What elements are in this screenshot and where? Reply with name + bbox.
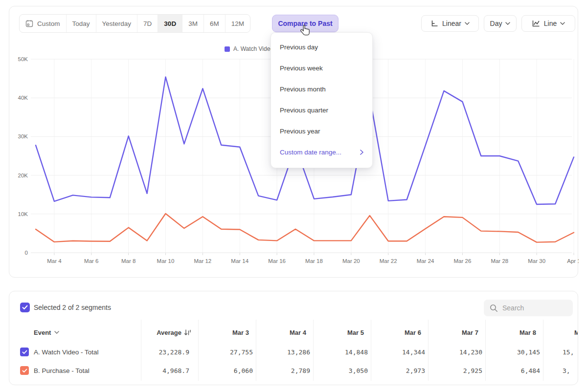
cell-value-clipped: 3, xyxy=(563,367,577,374)
svg-text:Mar 28: Mar 28 xyxy=(491,258,508,264)
svg-text:Mar 10: Mar 10 xyxy=(157,258,175,264)
cell-value: 27,755 xyxy=(198,348,253,356)
select-all-checkbox[interactable] xyxy=(20,303,30,312)
date-column-header: Mar 7 xyxy=(428,327,478,338)
svg-text:30K: 30K xyxy=(18,133,28,139)
interval-select-label: Day xyxy=(490,20,502,27)
svg-text:0: 0 xyxy=(25,250,28,256)
svg-text:Mar 22: Mar 22 xyxy=(380,258,397,264)
date-range-label: Custom xyxy=(37,20,60,27)
date-range-12m[interactable]: 12M xyxy=(225,15,250,32)
cell-value: 6,060 xyxy=(198,367,253,374)
svg-text:10K: 10K xyxy=(18,211,28,217)
date-range-6m[interactable]: 6M xyxy=(203,15,225,32)
menu-item-previous-quarter[interactable]: Previous quarter xyxy=(271,100,372,121)
average-column-header[interactable]: Average xyxy=(141,327,191,338)
date-range-7d[interactable]: 7D xyxy=(137,15,158,32)
cell-value: 14,848 xyxy=(313,348,368,356)
chart-type-select-button[interactable]: Line xyxy=(521,15,575,32)
date-column-header: Mar 4 xyxy=(256,327,306,338)
axes-icon xyxy=(430,20,439,27)
svg-text:Mar 30: Mar 30 xyxy=(528,258,545,264)
row-checkbox[interactable] xyxy=(20,348,29,356)
date-range-yesterday[interactable]: Yesterday xyxy=(96,15,137,32)
legend-swatch-icon xyxy=(225,46,230,52)
date-range-custom[interactable]: Custom xyxy=(20,15,66,32)
cell-average: 23,228.9 xyxy=(141,348,189,356)
date-column-header: Mar 8 xyxy=(485,327,536,338)
event-column-header[interactable]: Event xyxy=(34,327,59,338)
scale-select-label: Linear xyxy=(442,20,461,27)
cell-value: 2,973 xyxy=(371,367,425,374)
row-checkbox[interactable] xyxy=(20,366,29,375)
svg-text:Mar 18: Mar 18 xyxy=(305,258,323,264)
date-range-today[interactable]: Today xyxy=(66,15,96,32)
row-event-label: A. Watch Video - Total xyxy=(34,348,99,356)
svg-text:Mar 6: Mar 6 xyxy=(84,258,98,264)
menu-item-label: Custom date range... xyxy=(280,149,341,156)
date-range-3m[interactable]: 3M xyxy=(182,15,203,32)
cell-value: 14,344 xyxy=(371,348,425,356)
svg-text:50K: 50K xyxy=(18,56,28,62)
cell-average: 4,968.7 xyxy=(141,367,189,374)
svg-text:Mar 24: Mar 24 xyxy=(417,258,434,264)
segments-table-card: Selected 2 of 2 segments Event Average M… xyxy=(9,291,578,385)
checkmark-icon xyxy=(22,350,27,354)
cell-value: 13,286 xyxy=(256,348,310,356)
cell-value: 3,050 xyxy=(313,367,368,374)
cell-value: 2,789 xyxy=(256,367,310,374)
date-column-header: Mar 5 xyxy=(313,327,364,338)
cell-value: 6,484 xyxy=(485,367,540,374)
date-range-30d[interactable]: 30D xyxy=(158,15,182,32)
svg-text:Mar 16: Mar 16 xyxy=(268,258,286,264)
chevron-down-icon xyxy=(54,331,59,334)
date-range-segmented-control: Custom Today Yesterday 7D 30D 3M 6M 12M xyxy=(19,14,250,33)
svg-text:Mar 14: Mar 14 xyxy=(231,258,248,264)
row-event-label: B. Purchase - Total xyxy=(34,367,90,374)
svg-text:Mar 20: Mar 20 xyxy=(342,258,360,264)
svg-text:20K: 20K xyxy=(18,173,28,178)
svg-text:Mar 8: Mar 8 xyxy=(121,258,135,264)
scale-select-button[interactable]: Linear xyxy=(421,15,479,32)
menu-item-previous-year[interactable]: Previous year xyxy=(271,121,372,142)
svg-text:Apr 1: Apr 1 xyxy=(567,258,579,264)
compare-to-past-menu: Previous day Previous week Previous mont… xyxy=(271,32,373,168)
menu-item-custom-date-range[interactable]: Custom date range... xyxy=(271,142,372,163)
chevron-down-icon xyxy=(465,22,470,25)
search-icon xyxy=(490,304,498,312)
column-divider xyxy=(543,320,543,381)
sort-descending-icon xyxy=(184,329,191,336)
search-input[interactable] xyxy=(502,304,566,312)
compare-to-past-button[interactable]: Compare to Past xyxy=(272,15,339,32)
menu-item-previous-week[interactable]: Previous week xyxy=(271,58,372,79)
cell-value: 14,230 xyxy=(428,348,482,356)
selected-segments-text: Selected 2 of 2 segments xyxy=(34,304,111,311)
date-column-header: Mar 6 xyxy=(371,327,421,338)
calendar-icon xyxy=(25,20,33,27)
chevron-right-icon xyxy=(360,150,363,155)
svg-text:Mar 4: Mar 4 xyxy=(47,258,62,264)
cell-value: 30,145 xyxy=(485,348,540,356)
checkmark-icon xyxy=(22,369,27,373)
chevron-down-icon xyxy=(505,22,510,25)
search-box[interactable] xyxy=(484,300,573,316)
date-column-header-clipped: M xyxy=(574,327,578,338)
menu-item-previous-month[interactable]: Previous month xyxy=(271,79,372,100)
menu-item-previous-day[interactable]: Previous day xyxy=(271,37,372,58)
svg-text:Mar 12: Mar 12 xyxy=(194,258,211,264)
line-chart-icon xyxy=(532,20,541,27)
checkmark-icon xyxy=(22,305,28,310)
date-column-header: Mar 3 xyxy=(198,327,249,338)
interval-select-button[interactable]: Day xyxy=(484,15,517,32)
chart-type-select-label: Line xyxy=(544,20,557,27)
chevron-down-icon xyxy=(560,22,565,25)
cell-value-clipped: 15, xyxy=(563,348,577,356)
cell-value: 2,925 xyxy=(428,367,482,374)
svg-text:Mar 26: Mar 26 xyxy=(454,258,472,264)
svg-text:40K: 40K xyxy=(18,95,28,101)
